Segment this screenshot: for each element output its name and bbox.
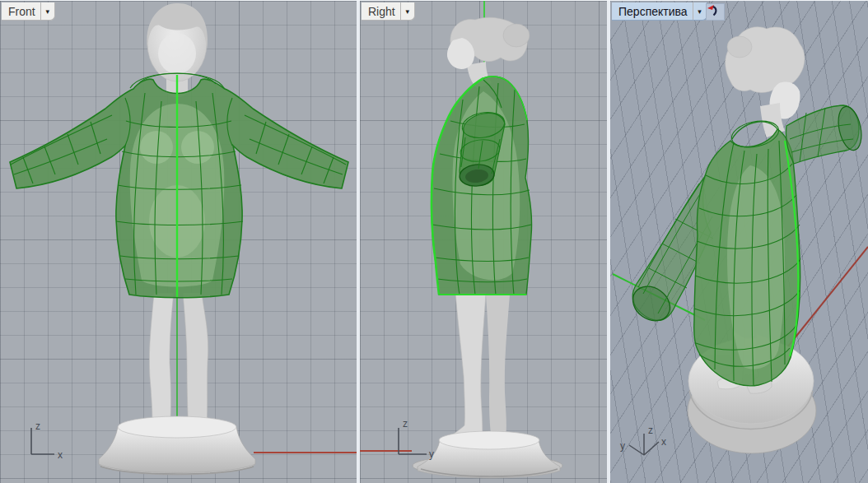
rotate-view-icon — [707, 4, 719, 16]
viewport-perspective[interactable]: Перспектива ▾ — [610, 1, 868, 483]
chevron-down-icon[interactable]: ▾ — [41, 3, 54, 20]
axis-label-x: x — [58, 449, 63, 461]
axis-indicator-front: z x — [31, 420, 63, 461]
viewport-workspace: Front ▾ — [0, 0, 868, 483]
viewport-title-front[interactable]: Front — [8, 3, 40, 20]
viewport-title-perspective[interactable]: Перспектива — [618, 3, 693, 20]
axis-label-y: y — [429, 448, 434, 460]
dress-right[interactable] — [432, 77, 532, 295]
axis-label-z: z — [35, 420, 40, 432]
front-view-canvas[interactable]: z x — [0, 1, 357, 483]
right-view-canvas[interactable]: z y — [360, 1, 607, 483]
viewport-label-perspective[interactable]: Перспектива ▾ — [612, 2, 707, 21]
chevron-down-icon[interactable]: ▾ — [693, 3, 707, 20]
axis-label-z: z — [403, 418, 408, 430]
axis-label-y: y — [620, 440, 625, 452]
viewport-label-front[interactable]: Front ▾ — [2, 2, 55, 21]
axis-label-x: x — [661, 436, 666, 448]
viewport-title-right[interactable]: Right — [368, 3, 400, 20]
chevron-down-icon[interactable]: ▾ — [401, 3, 414, 20]
axis-indicator-perspective: z x y — [620, 425, 666, 455]
rotate-view-button[interactable] — [706, 3, 725, 21]
viewport-label-right[interactable]: Right ▾ — [362, 2, 415, 21]
viewport-right[interactable]: Right ▾ — [360, 1, 607, 483]
axis-label-z: z — [648, 425, 653, 436]
axis-indicator-right: z y — [399, 418, 434, 460]
dress-front[interactable] — [10, 73, 348, 298]
perspective-view-canvas[interactable]: z x y — [610, 1, 868, 483]
dress-perspective[interactable] — [626, 104, 865, 386]
viewport-front[interactable]: Front ▾ — [0, 1, 357, 483]
